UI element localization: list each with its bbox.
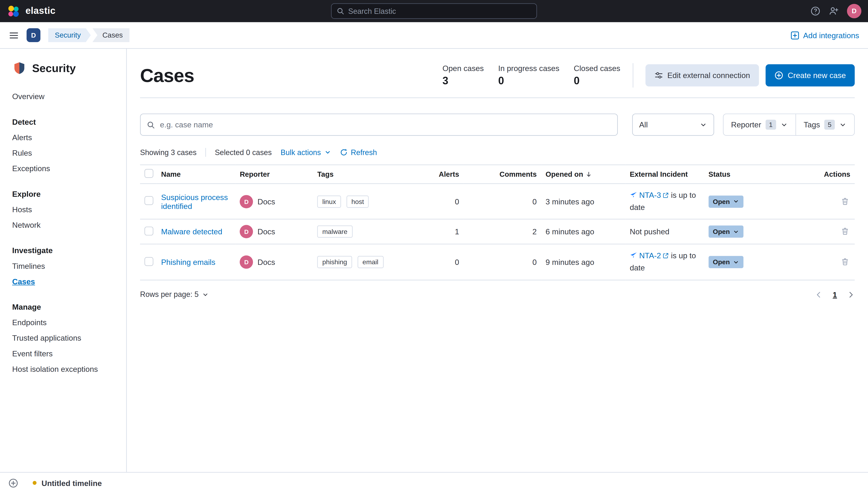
reporter-filter-label: Reporter [731, 120, 761, 129]
global-header: elastic [0, 0, 868, 22]
sidebar-item-trusted-applications[interactable]: Trusted applications [12, 330, 117, 346]
reporter-avatar: D [240, 255, 253, 269]
column-alerts: Alerts [409, 165, 463, 184]
status-badge[interactable]: Open [708, 226, 744, 238]
sidebar-nav: Overview Detect Alerts Rules Exceptions … [12, 89, 117, 377]
case-name-link[interactable]: Suspicious process identified [161, 193, 228, 210]
page-number[interactable]: 1 [833, 290, 837, 299]
untitled-timeline-button[interactable]: Untitled timeline [32, 478, 102, 487]
sidebar-item-cases[interactable]: Cases [12, 274, 117, 289]
alerts-count: 0 [409, 184, 463, 219]
stat-value: 0 [498, 75, 559, 87]
menu-icon[interactable] [9, 30, 19, 40]
next-page-button[interactable] [847, 291, 855, 299]
sidebar-item-host-isolation-exceptions[interactable]: Host isolation exceptions [12, 361, 117, 377]
rows-per-page-label: Rows per page: 5 [140, 291, 199, 299]
sidebar-item-timelines[interactable]: Timelines [12, 258, 117, 274]
filter-group: Reporter 1 Tags 5 [723, 113, 855, 136]
stat-label: Open cases [442, 64, 484, 73]
app-title: Security [32, 62, 76, 74]
sidebar-section-investigate: Investigate [12, 242, 117, 258]
row-checkbox[interactable] [144, 196, 153, 205]
bulk-actions-button[interactable]: Bulk actions [280, 148, 331, 156]
column-comments: Comments [463, 165, 541, 184]
reporter-avatar: D [240, 195, 253, 208]
refresh-button[interactable]: Refresh [340, 148, 377, 156]
column-opened-on-label: Opened on [546, 170, 583, 178]
sort-desc-icon [586, 171, 592, 177]
space-badge[interactable]: D [27, 28, 41, 42]
selected-cases-count: Selected 0 cases [215, 148, 272, 156]
column-opened-on[interactable]: Opened on [541, 165, 625, 184]
sidebar-item-rules[interactable]: Rules [12, 145, 117, 160]
sidebar-item-endpoints[interactable]: Endpoints [12, 315, 117, 330]
brand-name: elastic [25, 5, 55, 17]
timeline-bar: Untitled timeline [0, 472, 868, 493]
sidebar-item-exceptions[interactable]: Exceptions [12, 160, 117, 176]
search-icon [337, 7, 344, 15]
refresh-label: Refresh [351, 148, 377, 156]
add-integrations-button[interactable]: Add integrations [791, 31, 859, 40]
external-system-icon [630, 191, 637, 198]
sidebar-item-overview[interactable]: Overview [12, 89, 117, 104]
comments-count: 0 [463, 184, 541, 219]
chevron-down-icon [733, 198, 739, 205]
stat-label: In progress cases [498, 64, 559, 73]
column-status: Status [704, 165, 794, 184]
tags-filter-count: 5 [824, 120, 835, 130]
delete-case-button[interactable] [840, 257, 850, 267]
status-badge[interactable]: Open [708, 195, 744, 208]
select-all-checkbox[interactable] [144, 169, 153, 178]
tags-filter-button[interactable]: Tags 5 [795, 114, 854, 135]
status-badge[interactable]: Open [708, 256, 744, 268]
row-checkbox[interactable] [144, 227, 153, 235]
chevron-down-icon [839, 121, 846, 128]
reporter-name: Docs [257, 197, 275, 206]
sidebar-item-alerts[interactable]: Alerts [12, 130, 117, 145]
external-incident-link[interactable]: NTA-2 [639, 251, 661, 260]
app-header: Security [12, 61, 117, 76]
sidebar-item-event-filters[interactable]: Event filters [12, 346, 117, 361]
create-new-case-button[interactable]: Create new case [766, 64, 854, 86]
reporter-avatar: D [240, 225, 253, 238]
row-checkbox[interactable] [144, 257, 153, 266]
external-incident-status: Not pushed [630, 227, 669, 236]
delete-case-button[interactable] [840, 196, 850, 207]
reporter-filter-button[interactable]: Reporter 1 [723, 114, 795, 135]
status-label: Open [713, 198, 730, 205]
search-icon [147, 121, 155, 129]
add-timeline-icon[interactable] [8, 478, 18, 488]
alerts-count: 1 [409, 219, 463, 244]
user-add-icon[interactable] [829, 6, 839, 16]
chevron-down-icon [700, 121, 707, 128]
case-search[interactable] [140, 113, 618, 136]
case-search-input[interactable] [160, 120, 611, 129]
reporter-name: Docs [257, 258, 275, 266]
breadcrumb-security[interactable]: Security [48, 28, 91, 42]
help-icon[interactable] [810, 6, 820, 16]
elastic-home-link[interactable]: elastic [7, 4, 55, 18]
external-incident-link[interactable]: NTA-3 [639, 191, 661, 199]
global-search[interactable] [331, 3, 537, 19]
sidebar-section-detect: Detect [12, 114, 117, 130]
reporter-name: Docs [257, 227, 275, 236]
stat-in-progress-cases: In progress cases 0 [498, 64, 559, 87]
table-row: Malware detected D Docs malware 1 2 6 mi… [140, 219, 855, 244]
solution-filter-select[interactable]: All [632, 113, 714, 136]
previous-page-button[interactable] [815, 291, 823, 299]
rows-per-page-button[interactable]: Rows per page: 5 [140, 291, 208, 299]
column-name: Name [157, 165, 235, 184]
toolbar-divider [205, 148, 206, 157]
sidebar-item-hosts[interactable]: Hosts [12, 202, 117, 217]
sidebar-section-manage: Manage [12, 299, 117, 315]
page-title: Cases [140, 65, 194, 86]
case-name-link[interactable]: Malware detected [161, 227, 222, 236]
case-name-link[interactable]: Phishing emails [161, 258, 215, 266]
global-search-input[interactable] [348, 7, 531, 15]
sidebar-item-network[interactable]: Network [12, 217, 117, 233]
pagination: 1 [815, 290, 855, 299]
edit-external-connection-button[interactable]: Edit external connection [645, 64, 759, 86]
delete-case-button[interactable] [840, 226, 850, 237]
user-avatar[interactable]: D [847, 4, 861, 18]
bulk-actions-label: Bulk actions [280, 148, 321, 156]
